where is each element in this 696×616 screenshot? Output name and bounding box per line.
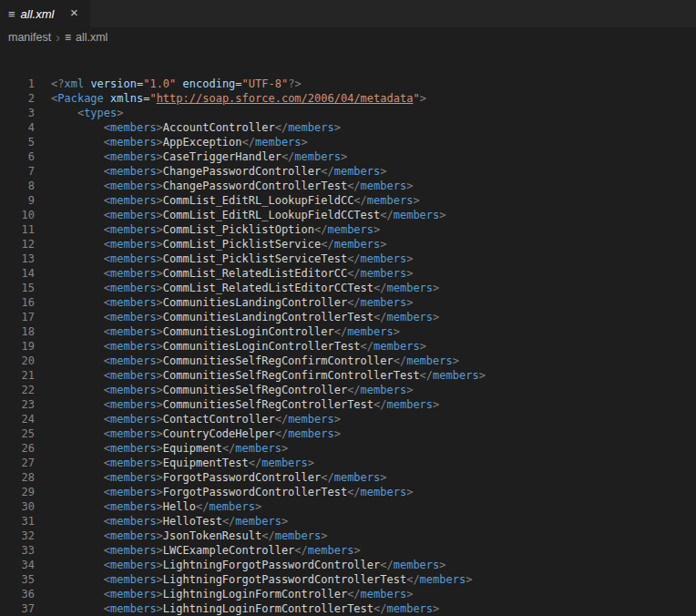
line-number: 7 <box>0 164 35 179</box>
line-number: 33 <box>0 543 35 558</box>
code-line[interactable]: 27 <members>EquipmentTest</members> <box>0 456 696 470</box>
code-lines: 1<?xml version="1.0" encoding="UTF-8"?>2… <box>0 77 696 616</box>
code-line[interactable]: 25 <members>CountryCodeHelper</members> <box>0 426 696 441</box>
line-number: 10 <box>0 208 35 222</box>
code-line[interactable]: 21 <members>CommunitiesSelfRegConfirmCon… <box>0 368 696 383</box>
code-line[interactable]: 5 <members>AppException</members> <box>0 135 696 149</box>
line-number: 12 <box>0 237 35 252</box>
code-line[interactable]: 1<?xml version="1.0" encoding="UTF-8"?> <box>0 77 696 91</box>
line-content: <members>CommList_EditRL_LookupFieldCCTe… <box>35 208 446 222</box>
code-line[interactable]: 24 <members>ContactController</members> <box>0 412 696 426</box>
line-number: 24 <box>0 412 35 426</box>
code-line[interactable]: 7 <members>ChangePasswordController</mem… <box>0 164 696 179</box>
line-number: 19 <box>0 339 35 354</box>
line-number: 25 <box>0 426 35 441</box>
code-line[interactable]: 31 <members>HelloTest</members> <box>0 514 696 529</box>
code-line[interactable]: 10 <members>CommList_EditRL_LookupFieldC… <box>0 208 696 222</box>
line-content: <members>CommunitiesSelfRegConfirmContro… <box>35 354 459 368</box>
code-line[interactable]: 15 <members>CommList_RelatedListEditorCC… <box>0 281 696 295</box>
line-content: <members>AccountController</members> <box>35 120 341 135</box>
code-line[interactable]: 9 <members>CommList_EditRL_LookupFieldCC… <box>0 193 696 208</box>
line-content: <members>ForgotPasswordControllerTest</m… <box>35 485 413 499</box>
code-line[interactable]: 2<Package xmlns="http://soap.sforce.com/… <box>0 91 696 106</box>
breadcrumb: manifest › ≡ all.xml <box>0 27 696 47</box>
line-number: 21 <box>0 368 35 383</box>
line-number: 17 <box>0 310 35 324</box>
code-line[interactable]: 20 <members>CommunitiesSelfRegConfirmCon… <box>0 354 696 368</box>
code-line[interactable]: 37 <members>LightningLoginFormController… <box>0 601 696 616</box>
line-content: <members>CommList_PicklistOption</member… <box>35 222 380 237</box>
line-number: 9 <box>0 193 35 208</box>
line-number: 11 <box>0 222 35 237</box>
code-line[interactable]: 30 <members>Hello</members> <box>0 499 696 514</box>
code-line[interactable]: 18 <members>CommunitiesLoginController</… <box>0 324 696 339</box>
line-content: <members>ForgotPasswordController</membe… <box>35 470 387 485</box>
code-line[interactable]: 3 <types> <box>0 106 696 120</box>
line-number: 3 <box>0 106 35 120</box>
code-line[interactable]: 29 <members>ForgotPasswordControllerTest… <box>0 485 696 499</box>
line-number: 16 <box>0 295 35 310</box>
line-content: <members>Equipment</members> <box>35 441 288 456</box>
line-number: 36 <box>0 587 35 601</box>
line-content: <types> <box>35 106 124 120</box>
code-line[interactable]: 22 <members>CommunitiesSelfRegController… <box>0 383 696 397</box>
line-content: <members>CommunitiesLoginController</mem… <box>35 324 400 339</box>
line-number: 8 <box>0 179 35 193</box>
code-line[interactable]: 17 <members>CommunitiesLandingController… <box>0 310 696 324</box>
code-line[interactable]: 13 <members>CommList_PicklistServiceTest… <box>0 252 696 266</box>
line-content: <members>CommunitiesLoginControllerTest<… <box>35 339 426 354</box>
line-number: 6 <box>0 149 35 164</box>
line-number: 14 <box>0 266 35 281</box>
line-number: 15 <box>0 281 35 295</box>
code-line[interactable]: 23 <members>CommunitiesSelfRegController… <box>0 397 696 412</box>
xml-file-icon: ≡ <box>65 32 71 43</box>
chevron-right-icon: › <box>56 31 60 44</box>
breadcrumb-file[interactable]: all.xml <box>76 31 107 44</box>
line-content: <members>CommunitiesLandingControllerTes… <box>35 310 439 324</box>
code-line[interactable]: 36 <members>LightningLoginFormController… <box>0 587 696 601</box>
line-content: <Package xmlns="http://soap.sforce.com/2… <box>35 91 426 106</box>
line-content: <members>CommunitiesSelfRegController</m… <box>35 383 413 397</box>
line-content: <members>ChangePasswordControllerTest</m… <box>35 179 413 193</box>
line-content: <members>CommList_PicklistService</membe… <box>35 237 387 252</box>
code-line[interactable]: 16 <members>CommunitiesLandingController… <box>0 295 696 310</box>
code-line[interactable]: 12 <members>CommList_PicklistService</me… <box>0 237 696 252</box>
code-line[interactable]: 11 <members>CommList_PicklistOption</mem… <box>0 222 696 237</box>
code-line[interactable]: 34 <members>LightningForgotPasswordContr… <box>0 558 696 572</box>
line-content: <members>HelloTest</members> <box>35 514 288 529</box>
breadcrumb-folder[interactable]: manifest <box>8 31 51 44</box>
line-content: <members>CommunitiesSelfRegControllerTes… <box>35 397 439 412</box>
tab-all-xml[interactable]: ≡ all.xml × <box>0 0 90 27</box>
line-number: 1 <box>0 77 35 91</box>
vscode-window: ≡ all.xml × manifest › ≡ all.xml 1<?xml … <box>0 0 696 616</box>
line-number: 31 <box>0 514 35 529</box>
code-line[interactable]: 4 <members>AccountController</members> <box>0 120 696 135</box>
line-content: <members>CountryCodeHelper</members> <box>35 426 341 441</box>
editor-tab-bar: ≡ all.xml × <box>0 0 696 27</box>
code-line[interactable]: 26 <members>Equipment</members> <box>0 441 696 456</box>
line-number: 20 <box>0 354 35 368</box>
line-content: <members>CommList_RelatedListEditorCCTes… <box>35 281 439 295</box>
code-line[interactable]: 19 <members>CommunitiesLoginControllerTe… <box>0 339 696 354</box>
code-line[interactable]: 28 <members>ForgotPasswordController</me… <box>0 470 696 485</box>
code-line[interactable]: 32 <members>JsonTokenResult</members> <box>0 529 696 543</box>
code-line[interactable]: 8 <members>ChangePasswordControllerTest<… <box>0 179 696 193</box>
line-content: <members>CommList_EditRL_LookupFieldCC</… <box>35 193 420 208</box>
close-icon[interactable]: × <box>66 5 82 22</box>
line-content: <members>AppException</members> <box>35 135 308 149</box>
line-content: <?xml version="1.0" encoding="UTF-8"?> <box>35 77 302 91</box>
line-number: 5 <box>0 135 35 149</box>
line-number: 37 <box>0 601 35 616</box>
line-number: 22 <box>0 383 35 397</box>
line-content: <members>CommunitiesLandingController</m… <box>35 295 413 310</box>
code-line[interactable]: 6 <members>CaseTriggerHandler</members> <box>0 149 696 164</box>
line-number: 2 <box>0 91 35 106</box>
code-editor[interactable]: 1<?xml version="1.0" encoding="UTF-8"?>2… <box>0 47 696 616</box>
line-number: 13 <box>0 252 35 266</box>
code-line[interactable]: 14 <members>CommList_RelatedListEditorCC… <box>0 266 696 281</box>
line-content: <members>LightningForgotPasswordControll… <box>35 558 446 572</box>
code-line[interactable]: 35 <members>LightningForgotPasswordContr… <box>0 572 696 587</box>
code-line[interactable]: 33 <members>LWCExampleController</member… <box>0 543 696 558</box>
line-content: <members>Hello</members> <box>35 499 261 514</box>
line-content: <members>CommList_RelatedListEditorCC</m… <box>35 266 413 281</box>
